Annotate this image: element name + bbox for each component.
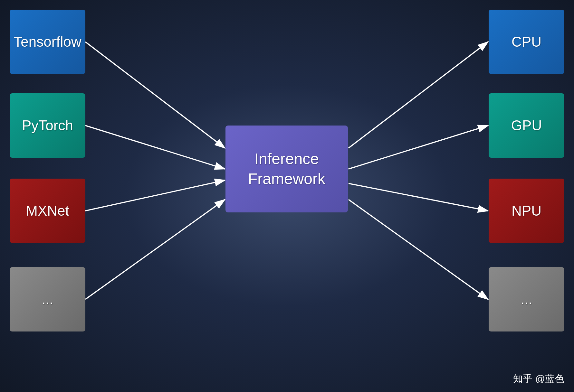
svg-line-5 — [349, 42, 488, 148]
watermark: 知乎 @蓝色 — [513, 372, 564, 386]
diagram-container: Tensorflow PyTorch MXNet ... Inference F… — [0, 0, 574, 392]
dots-left-label: ... — [42, 291, 53, 307]
tensorflow-box: Tensorflow — [10, 10, 85, 74]
cpu-box: CPU — [489, 10, 564, 74]
dots-left-box: ... — [10, 267, 85, 331]
svg-line-4 — [85, 200, 225, 299]
cpu-label: CPU — [512, 34, 541, 50]
npu-box: NPU — [489, 179, 564, 243]
dots-right-box: ... — [489, 267, 564, 331]
svg-line-2 — [85, 126, 225, 169]
mxnet-label: MXNet — [26, 203, 69, 219]
svg-line-6 — [349, 126, 488, 169]
svg-line-7 — [349, 183, 488, 211]
mxnet-box: MXNet — [10, 179, 85, 243]
gpu-box: GPU — [489, 93, 564, 158]
tensorflow-label: Tensorflow — [14, 34, 81, 50]
pytorch-label: PyTorch — [22, 117, 73, 134]
svg-line-3 — [85, 180, 225, 211]
pytorch-box: PyTorch — [10, 93, 85, 158]
inference-label-line2: Framework — [248, 169, 325, 189]
npu-label: NPU — [512, 203, 541, 219]
inference-framework-box: Inference Framework — [225, 126, 348, 212]
inference-label-line1: Inference — [254, 149, 319, 169]
svg-line-8 — [349, 200, 488, 299]
svg-line-1 — [85, 42, 225, 148]
dots-right-label: ... — [521, 291, 532, 307]
gpu-label: GPU — [511, 117, 542, 134]
